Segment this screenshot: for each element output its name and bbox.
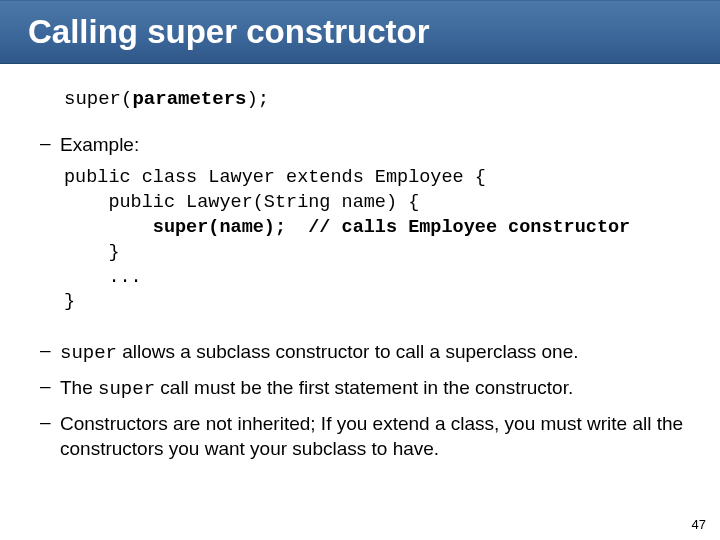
- code-l4: }: [64, 242, 120, 263]
- bullet-dash: –: [40, 132, 60, 158]
- bullet-1: – super allows a subclass constructor to…: [40, 339, 684, 367]
- bullet-2-text: The super call must be the first stateme…: [60, 375, 573, 403]
- bullet-3: – Constructors are not inherited; If you…: [40, 411, 684, 462]
- slide-title: Calling super constructor: [28, 13, 430, 51]
- bullet-2c: call must be the first statement in the …: [155, 377, 573, 398]
- syntax-left: super(: [64, 88, 132, 110]
- code-l6: }: [64, 291, 75, 312]
- bullet-dash: –: [40, 339, 60, 367]
- syntax-mid: parameters: [132, 88, 246, 110]
- code-l3b: // calls Employee constructor: [286, 217, 630, 238]
- page-number: 47: [692, 517, 706, 532]
- bullet-1-rest: allows a subclass constructor to call a …: [117, 341, 579, 362]
- bullet-1-code: super: [60, 342, 117, 364]
- bullet-2a: The: [60, 377, 98, 398]
- syntax-right: );: [246, 88, 269, 110]
- bullet-2-code: super: [98, 378, 155, 400]
- code-l5: ...: [64, 267, 142, 288]
- code-l2: public Lawyer(String name) {: [64, 192, 419, 213]
- slide: Calling super constructor super(paramete…: [0, 0, 720, 540]
- bullet-example: – Example:: [40, 132, 684, 158]
- bullet-2: – The super call must be the first state…: [40, 375, 684, 403]
- syntax-line: super(parameters);: [64, 88, 684, 110]
- bullet-dash: –: [40, 375, 60, 403]
- slide-body: super(parameters); – Example: public cla…: [0, 64, 720, 462]
- bullet-3-text: Constructors are not inherited; If you e…: [60, 411, 684, 462]
- code-block: public class Lawyer extends Employee { p…: [64, 166, 684, 316]
- code-l3a: super(name);: [64, 217, 286, 238]
- code-l1: public class Lawyer extends Employee {: [64, 167, 486, 188]
- bullet-dash: –: [40, 411, 60, 462]
- example-label: Example:: [60, 132, 139, 158]
- title-bar: Calling super constructor: [0, 0, 720, 64]
- bullet-1-text: super allows a subclass constructor to c…: [60, 339, 579, 367]
